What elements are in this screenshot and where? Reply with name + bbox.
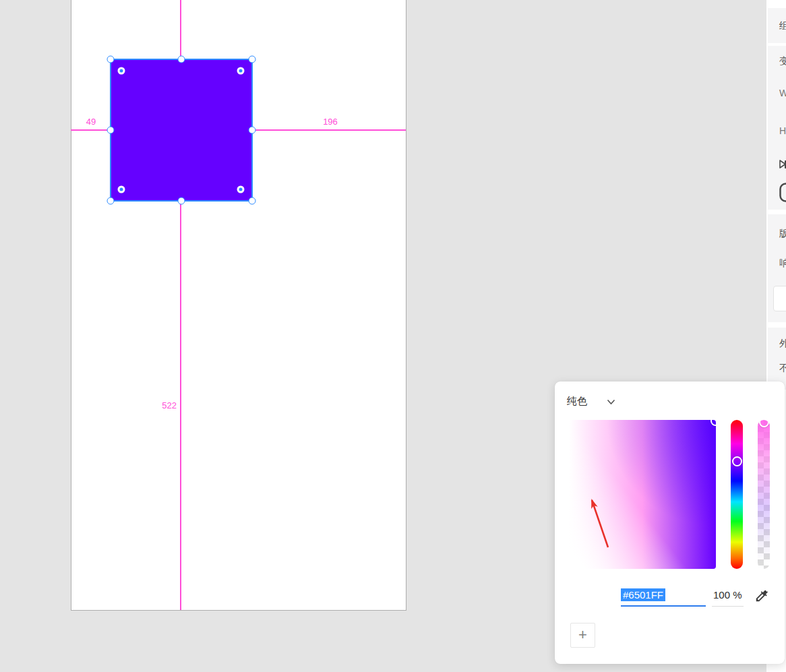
- resize-handle-ne[interactable]: [249, 56, 256, 63]
- hex-format-dropdown[interactable]: Hex: [555, 584, 619, 608]
- annotation-arrow-icon: [584, 489, 617, 553]
- sv-selector-handle[interactable]: [711, 420, 716, 426]
- sidebar-item-height[interactable]: H: [779, 125, 786, 136]
- resize-handle-e[interactable]: [249, 127, 256, 134]
- fill-type-dropdown[interactable]: 纯色: [555, 381, 636, 413]
- sidebar-input[interactable]: [773, 286, 786, 311]
- corner-radius-handle-sw[interactable]: [118, 186, 125, 193]
- hex-value-selected-text: #6501FF: [621, 588, 665, 601]
- add-color-button[interactable]: +: [570, 623, 595, 648]
- hue-slider-handle[interactable]: [732, 456, 742, 466]
- alpha-slider-handle[interactable]: [759, 420, 769, 427]
- sidebar-item-appearance[interactable]: 外: [779, 338, 786, 350]
- alpha-slider[interactable]: [758, 420, 770, 569]
- sidebar-item-layout[interactable]: 版: [779, 228, 786, 240]
- sidebar-item-opacity[interactable]: 不: [779, 363, 786, 375]
- resize-handle-w[interactable]: [107, 127, 115, 134]
- sidebar-item-width[interactable]: W: [779, 88, 786, 98]
- hex-value-input[interactable]: #6501FF: [621, 587, 706, 607]
- selected-rectangle[interactable]: [110, 59, 253, 202]
- rounded-rect-icon[interactable]: [779, 183, 786, 206]
- sidebar-item-responsive[interactable]: 响: [779, 257, 786, 270]
- sidebar-section: [768, 328, 786, 390]
- measure-label-right: 196: [322, 117, 339, 127]
- resize-handle-se[interactable]: [249, 197, 256, 205]
- color-picker-panel: 纯色 Hex #6501FF 100 %: [555, 381, 785, 664]
- measure-label-bottom: 522: [159, 401, 177, 410]
- resize-handle-nw[interactable]: [107, 56, 115, 63]
- sidebar-item-group[interactable]: 组: [779, 20, 786, 32]
- corner-radius-handle-ne[interactable]: [237, 67, 245, 75]
- sidebar-item-transform[interactable]: 变: [779, 55, 786, 67]
- corner-radius-handle-nw[interactable]: [118, 67, 125, 75]
- fill-type-label: 纯色: [567, 395, 587, 408]
- opacity-input[interactable]: 100 %: [712, 587, 744, 607]
- resize-handle-n[interactable]: [178, 56, 185, 63]
- corner-radius-handle-se[interactable]: [237, 186, 245, 193]
- measure-label-left: 49: [84, 117, 98, 127]
- eyedropper-icon[interactable]: [754, 588, 769, 606]
- resize-handle-s[interactable]: [178, 197, 185, 205]
- hue-slider[interactable]: [731, 420, 743, 569]
- chevron-down-icon: [607, 399, 615, 405]
- resize-handle-sw[interactable]: [107, 197, 115, 205]
